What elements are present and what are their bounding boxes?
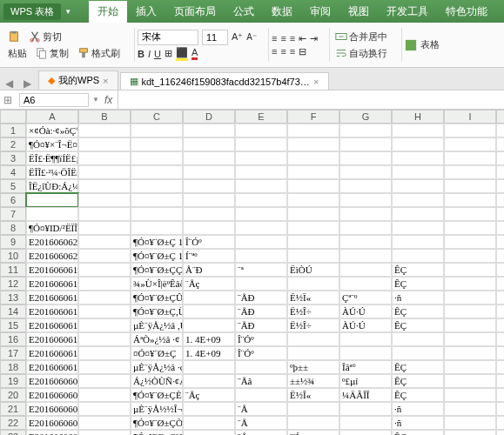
cell[interactable]: Î¨Óº bbox=[235, 332, 287, 346]
cell[interactable] bbox=[496, 165, 504, 179]
cell[interactable] bbox=[183, 291, 235, 304]
cell[interactable] bbox=[183, 360, 235, 374]
cell[interactable] bbox=[235, 388, 287, 402]
cell[interactable]: ¶Ó¤¥¨Ø±ÇÈà bbox=[131, 388, 183, 402]
cell[interactable] bbox=[287, 193, 339, 207]
cell[interactable]: ¤Ó¤¥¨Ø±Ç bbox=[131, 346, 183, 360]
cell[interactable]: ÀÚ·Ú bbox=[339, 304, 392, 318]
align-right-button[interactable]: ≡ bbox=[290, 46, 295, 57]
cell[interactable] bbox=[392, 207, 444, 221]
cell[interactable]: 1. 4E+09 bbox=[183, 332, 235, 346]
cell[interactable] bbox=[444, 193, 496, 207]
row-header[interactable]: 15 bbox=[0, 318, 26, 332]
cell[interactable] bbox=[183, 207, 235, 221]
cell[interactable]: ¶Ó¤¥ID/²ËÏÎÄ÷'«Ê½ÎÎÄÄ÷¤¥ª¶Ó¤¥×¨Î¬Á¿¼¾¿ôÙ… bbox=[26, 221, 78, 235]
cell[interactable]: Îâª° bbox=[339, 360, 392, 374]
cell[interactable]: ÊÇ bbox=[392, 360, 444, 374]
align-bot-button[interactable]: ≡ bbox=[290, 33, 295, 44]
row-header[interactable]: 23 bbox=[0, 430, 26, 435]
column-header[interactable]: C bbox=[131, 110, 183, 124]
cell[interactable] bbox=[287, 124, 339, 137]
close-icon[interactable]: × bbox=[313, 77, 319, 87]
cell[interactable] bbox=[392, 193, 444, 207]
cell[interactable] bbox=[287, 346, 339, 360]
cell[interactable]: ¶Ó¤¥¨Ø±ÇÇòâêË± bbox=[131, 263, 183, 277]
cell[interactable] bbox=[235, 360, 287, 374]
align-top-button[interactable]: ≡ bbox=[272, 33, 277, 44]
cell[interactable]: E20160606092224061 bbox=[26, 402, 78, 416]
cell[interactable] bbox=[183, 402, 235, 416]
cell[interactable] bbox=[392, 137, 444, 151]
cell[interactable] bbox=[339, 221, 392, 235]
cell[interactable] bbox=[131, 124, 183, 137]
cell[interactable] bbox=[78, 151, 131, 165]
cell[interactable] bbox=[444, 416, 496, 430]
font-name-select[interactable] bbox=[138, 30, 198, 45]
name-box[interactable] bbox=[19, 93, 89, 107]
cell[interactable] bbox=[339, 193, 392, 207]
cell[interactable]: E20160606234054023 bbox=[26, 235, 78, 249]
cell[interactable]: ¨Åç bbox=[183, 388, 235, 402]
cell[interactable]: Ë½Î÷ bbox=[287, 318, 339, 332]
cell[interactable] bbox=[235, 207, 287, 221]
cell[interactable]: ¶Ó¤¥×¨Î¬Ë¤Ú÷ bbox=[26, 137, 78, 151]
cell[interactable] bbox=[339, 249, 392, 263]
cell[interactable]: 0.01 bbox=[496, 235, 504, 249]
cell[interactable] bbox=[287, 235, 339, 249]
cell[interactable] bbox=[444, 179, 496, 193]
cell[interactable]: 0.01 bbox=[496, 430, 504, 435]
cell[interactable] bbox=[235, 221, 287, 235]
cell[interactable] bbox=[444, 388, 496, 402]
cell[interactable]: ¶Ó¤¥¨Ø±ÇÛÓÏé bbox=[131, 291, 183, 304]
cell[interactable] bbox=[339, 137, 392, 151]
cell[interactable] bbox=[339, 263, 392, 277]
cell[interactable] bbox=[78, 304, 131, 318]
font-decrease-button[interactable]: A⁻ bbox=[246, 32, 257, 42]
cell[interactable] bbox=[339, 151, 392, 165]
paste-button[interactable] bbox=[5, 30, 23, 44]
cell[interactable] bbox=[78, 179, 131, 193]
cell[interactable]: 2303 bbox=[496, 388, 504, 402]
cell[interactable]: ÀÚ·Ú bbox=[339, 318, 392, 332]
cell[interactable] bbox=[78, 332, 131, 346]
cell[interactable]: ·ñ bbox=[392, 291, 444, 304]
cell[interactable] bbox=[287, 402, 339, 416]
cell[interactable] bbox=[78, 263, 131, 277]
cell[interactable] bbox=[78, 416, 131, 430]
tab-dev[interactable]: 开发工具 bbox=[378, 1, 437, 23]
cell[interactable] bbox=[131, 137, 183, 151]
tab-layout[interactable]: 页面布局 bbox=[165, 1, 225, 23]
cell[interactable]: ÊÇ bbox=[392, 388, 444, 402]
cut-button[interactable]: 剪切 bbox=[26, 30, 64, 44]
cell[interactable]: 0.01 bbox=[496, 291, 504, 304]
cell[interactable] bbox=[392, 165, 444, 179]
tab-prev-button[interactable]: ◀ bbox=[0, 77, 18, 90]
font-size-select[interactable] bbox=[202, 30, 228, 45]
cell[interactable]: ¨ª bbox=[235, 263, 287, 277]
cell[interactable] bbox=[287, 249, 339, 263]
cell[interactable]: Çª¨º bbox=[339, 291, 392, 304]
cell[interactable] bbox=[287, 137, 339, 151]
cell[interactable]: ÊÇ bbox=[392, 374, 444, 388]
font-increase-button[interactable]: A⁺ bbox=[232, 31, 243, 43]
cell[interactable] bbox=[339, 207, 392, 221]
row-header[interactable]: 16 bbox=[0, 332, 26, 346]
row-header[interactable]: 4 bbox=[0, 165, 26, 179]
format-painter-button[interactable]: 格式刷 bbox=[75, 46, 123, 61]
cell[interactable]: ºþ±± bbox=[287, 360, 339, 374]
row-header[interactable]: 7 bbox=[0, 207, 26, 221]
cell[interactable]: E2016060619384908C bbox=[26, 263, 78, 277]
cell[interactable] bbox=[496, 151, 504, 165]
align-left-button[interactable]: ≡ bbox=[272, 46, 277, 57]
cell[interactable] bbox=[235, 165, 287, 179]
cell[interactable]: E20160606130155062 bbox=[26, 332, 78, 346]
cell[interactable]: µÈ¨ÿÅ¿½â ·ç½ÌÐ¤ µÁ¾ bbox=[131, 360, 183, 374]
cell[interactable]: ·ñ bbox=[392, 402, 444, 416]
cell[interactable]: E20160606151700018 bbox=[26, 304, 78, 318]
conditional-format-icon[interactable] bbox=[405, 39, 417, 51]
cell[interactable]: E20160606151632018 bbox=[26, 318, 78, 332]
doc-tab-mywps[interactable]: ◆ 我的WPS × bbox=[38, 70, 118, 90]
cell[interactable] bbox=[444, 346, 496, 360]
cell[interactable] bbox=[339, 235, 392, 249]
cell[interactable] bbox=[78, 193, 131, 207]
